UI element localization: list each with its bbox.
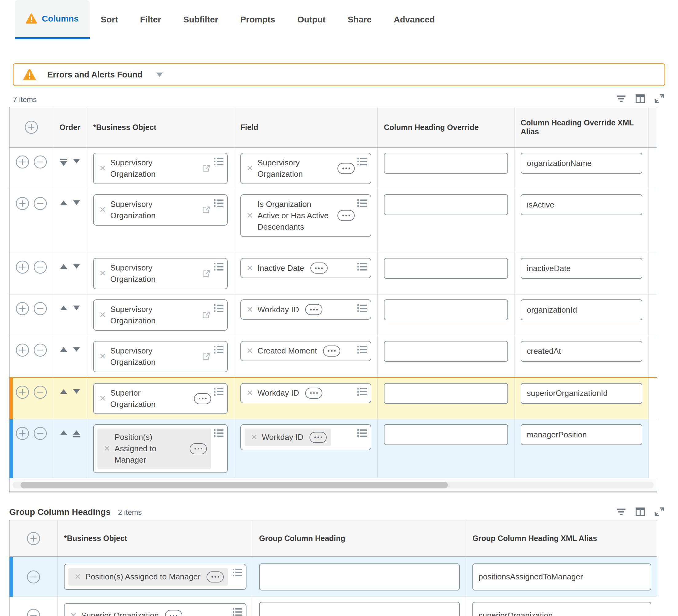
tab-filter[interactable]: Filter: [129, 0, 172, 39]
tab-subfilter[interactable]: Subfilter: [172, 0, 229, 39]
related-actions-icon[interactable]: [194, 393, 211, 404]
clear-x-icon[interactable]: ✕: [98, 310, 108, 320]
menu-icon[interactable]: [214, 304, 223, 312]
clear-x-icon[interactable]: ✕: [98, 352, 108, 361]
xml-alias-input[interactable]: [521, 383, 642, 404]
field-select[interactable]: ✕Workday ID: [240, 299, 371, 320]
menu-icon[interactable]: [214, 263, 223, 270]
business-object-select[interactable]: ✕Supervisory Organization: [93, 341, 228, 372]
add-row-button[interactable]: [16, 386, 29, 399]
remove-row-button[interactable]: [34, 302, 47, 315]
move-up-button[interactable]: [60, 201, 67, 205]
scrollbar-track[interactable]: [12, 482, 654, 488]
clear-x-icon[interactable]: ✕: [98, 164, 108, 173]
business-object-select[interactable]: ✕Supervisory Organization: [93, 299, 228, 331]
group-column-heading-input[interactable]: [259, 564, 460, 590]
field-select[interactable]: ✕Workday ID: [240, 383, 371, 403]
business-object-select[interactable]: ✕Superior Organization: [93, 383, 228, 414]
group-column-heading-input[interactable]: [259, 602, 460, 616]
remove-row-button[interactable]: [34, 386, 47, 399]
related-actions-icon[interactable]: [190, 443, 207, 454]
chevron-down-icon[interactable]: [156, 73, 163, 77]
external-link-icon[interactable]: [201, 352, 211, 361]
clear-x-icon[interactable]: ✕: [102, 444, 112, 454]
horizontal-scrollbar[interactable]: [9, 478, 657, 492]
related-actions-icon[interactable]: [337, 163, 355, 174]
remove-row-button[interactable]: [34, 260, 47, 274]
column-heading-override-input[interactable]: [384, 153, 508, 174]
business-object-select[interactable]: ✕Supervisory Organization: [93, 153, 228, 184]
external-link-icon[interactable]: [201, 205, 211, 215]
add-row-button[interactable]: [16, 427, 29, 440]
grid-settings-icon[interactable]: [635, 507, 645, 517]
related-actions-icon[interactable]: [323, 346, 340, 357]
move-up-button[interactable]: [60, 264, 67, 269]
move-down-button[interactable]: [73, 159, 80, 164]
remove-row-button[interactable]: [34, 343, 47, 357]
field-select[interactable]: ✕Supervisory Organization: [240, 153, 371, 184]
clear-x-icon[interactable]: ✕: [244, 305, 255, 315]
add-row-button[interactable]: [16, 302, 29, 315]
remove-row-button[interactable]: [34, 427, 47, 440]
xml-alias-input[interactable]: [521, 299, 642, 320]
move-down-button[interactable]: [73, 389, 80, 394]
related-actions-icon[interactable]: [337, 210, 355, 221]
move-to-top-button[interactable]: [73, 430, 80, 437]
add-row-button[interactable]: [25, 120, 38, 134]
tab-prompts[interactable]: Prompts: [229, 0, 287, 39]
clear-x-icon[interactable]: ✕: [244, 263, 255, 273]
related-actions-icon[interactable]: [310, 262, 328, 274]
clear-x-icon[interactable]: ✕: [98, 205, 108, 215]
field-select[interactable]: ✕Is Organization Active or Has Active De…: [240, 194, 371, 237]
move-to-bottom-button[interactable]: [60, 159, 67, 166]
business-object-select[interactable]: ✕Position(s) Assigned to Manager: [64, 564, 247, 590]
remove-row-button[interactable]: [34, 197, 47, 210]
tab-share[interactable]: Share: [337, 0, 383, 39]
tab-sort[interactable]: Sort: [90, 0, 129, 39]
field-select[interactable]: ✕Inactive Date: [240, 258, 371, 278]
menu-icon[interactable]: [214, 199, 223, 207]
expand-icon[interactable]: [654, 94, 665, 104]
field-select[interactable]: ✕Workday ID: [240, 424, 371, 450]
menu-icon[interactable]: [357, 199, 367, 207]
add-row-button[interactable]: [16, 260, 29, 274]
add-row-button[interactable]: [16, 343, 29, 357]
column-heading-override-input[interactable]: [384, 194, 508, 215]
xml-alias-input[interactable]: [521, 258, 642, 279]
move-up-button[interactable]: [60, 430, 67, 435]
menu-icon[interactable]: [357, 429, 367, 437]
menu-icon[interactable]: [214, 158, 223, 166]
menu-icon[interactable]: [233, 608, 242, 616]
group-xml-alias-input[interactable]: [473, 602, 651, 616]
remove-row-button[interactable]: [34, 155, 47, 169]
related-actions-icon[interactable]: [165, 610, 182, 616]
related-actions-icon[interactable]: [305, 388, 323, 399]
menu-icon[interactable]: [357, 158, 367, 166]
move-up-button[interactable]: [60, 347, 67, 352]
clear-x-icon[interactable]: ✕: [68, 611, 79, 616]
column-heading-override-input[interactable]: [384, 424, 508, 445]
clear-x-icon[interactable]: ✕: [244, 346, 255, 356]
column-heading-override-input[interactable]: [384, 341, 508, 362]
move-down-button[interactable]: [73, 347, 80, 352]
remove-row-button[interactable]: [27, 570, 40, 584]
external-link-icon[interactable]: [201, 269, 211, 279]
business-object-select[interactable]: ✕Supervisory Organization: [93, 194, 228, 226]
group-xml-alias-input[interactable]: [473, 564, 651, 590]
add-row-button[interactable]: [27, 532, 40, 545]
move-up-button[interactable]: [60, 389, 67, 394]
menu-icon[interactable]: [357, 346, 367, 354]
grid-settings-icon[interactable]: [635, 94, 645, 104]
xml-alias-input[interactable]: [521, 341, 642, 362]
related-actions-icon[interactable]: [206, 572, 224, 582]
filter-icon[interactable]: [616, 94, 626, 104]
tab-columns[interactable]: Columns: [15, 0, 90, 39]
xml-alias-input[interactable]: [521, 194, 642, 215]
add-row-button[interactable]: [16, 197, 29, 210]
move-down-button[interactable]: [73, 201, 80, 205]
menu-icon[interactable]: [357, 388, 367, 396]
filter-icon[interactable]: [616, 507, 626, 517]
xml-alias-input[interactable]: [521, 424, 642, 445]
clear-x-icon[interactable]: ✕: [244, 211, 255, 220]
errors-alerts-banner[interactable]: Errors and Alerts Found: [13, 63, 665, 86]
